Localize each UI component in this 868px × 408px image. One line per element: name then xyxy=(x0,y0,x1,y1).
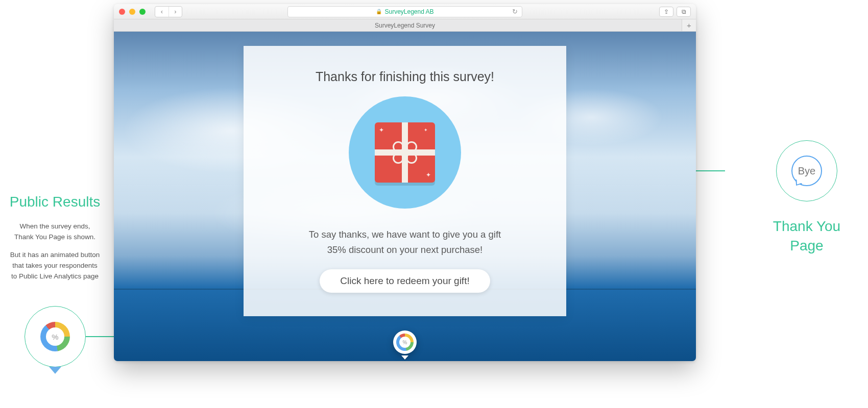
thank-you-badge: Bye xyxy=(776,140,837,201)
redeem-gift-button[interactable]: Click here to redeem your gift! xyxy=(320,269,490,293)
address-text: SurveyLegend AB xyxy=(384,8,433,15)
browser-window: ‹ › 🔒 SurveyLegend AB ↻ ⇪ ⧉ SurveyLegend… xyxy=(114,4,696,361)
tab-bar: SurveyLegend Survey + xyxy=(114,19,696,32)
forward-button[interactable]: › xyxy=(168,7,182,17)
tab-title[interactable]: SurveyLegend Survey xyxy=(375,22,435,29)
card-heading: Thanks for finishing this survey! xyxy=(264,69,546,84)
traffic-lights xyxy=(119,9,146,15)
public-results-badge: % xyxy=(25,306,86,367)
gift-box-icon: ✦ ✦ ✦ xyxy=(375,122,435,183)
toolbar-right: ⇪ ⧉ xyxy=(659,7,691,17)
donut-chart-icon: % xyxy=(40,322,70,351)
public-results-button[interactable]: % xyxy=(393,330,417,354)
thank-you-card: Thanks for finishing this survey! ✦ ✦ ✦ … xyxy=(244,46,566,316)
speech-bubble-icon: Bye xyxy=(791,156,822,186)
left-annotation-p2: But it has an animated button that takes… xyxy=(0,250,110,282)
new-tab-button[interactable]: + xyxy=(682,19,696,31)
maximize-window-button[interactable] xyxy=(139,9,146,15)
lock-icon: 🔒 xyxy=(376,9,382,14)
browser-titlebar: ‹ › 🔒 SurveyLegend AB ↻ ⇪ ⧉ xyxy=(114,4,696,19)
chevron-down-icon xyxy=(49,367,61,374)
right-annotation: Thank You Page xyxy=(761,217,853,256)
nav-buttons: ‹ › xyxy=(155,6,182,17)
donut-chart-icon: % xyxy=(396,334,414,351)
public-results-title: Public Results xyxy=(0,194,110,210)
show-tabs-button[interactable]: ⧉ xyxy=(677,7,691,17)
left-annotation: Public Results When the survey ends, Tha… xyxy=(0,194,110,289)
minimize-window-button[interactable] xyxy=(129,9,135,15)
left-annotation-p1: When the survey ends, Thank You Page is … xyxy=(0,221,110,243)
close-window-button[interactable] xyxy=(119,9,125,15)
reload-button[interactable]: ↻ xyxy=(512,8,518,15)
back-button[interactable]: ‹ xyxy=(155,7,168,17)
browser-viewport: Thanks for finishing this survey! ✦ ✦ ✦ … xyxy=(114,32,696,361)
chevron-down-icon xyxy=(401,355,408,360)
card-body: To say thanks, we have want to give you … xyxy=(264,227,546,257)
gift-illustration: ✦ ✦ ✦ xyxy=(349,96,461,209)
address-bar[interactable]: 🔒 SurveyLegend AB ↻ xyxy=(287,6,522,17)
thank-you-page-title: Thank You Page xyxy=(761,217,853,256)
share-button[interactable]: ⇪ xyxy=(659,7,673,17)
